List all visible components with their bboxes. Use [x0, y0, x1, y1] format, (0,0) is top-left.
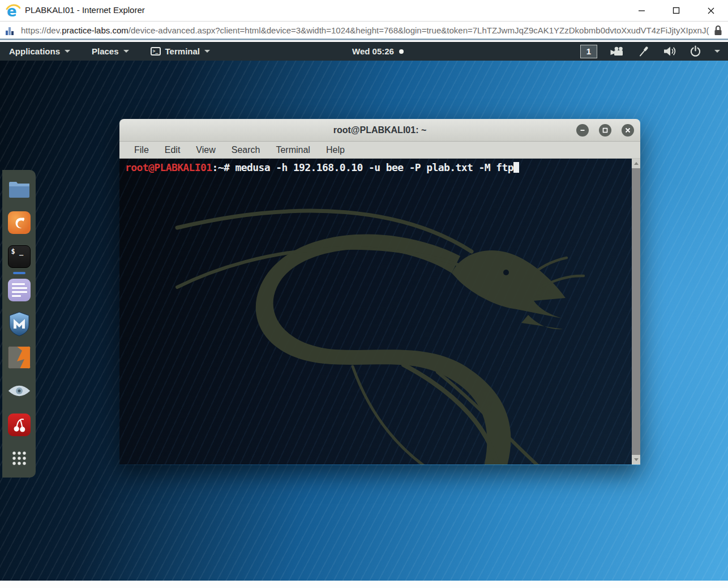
cherrytree-icon — [8, 414, 31, 436]
close-icon[interactable] — [622, 124, 634, 137]
menu-edit[interactable]: Edit — [165, 145, 181, 155]
dock-item-files[interactable] — [7, 177, 31, 201]
places-menu[interactable]: Places — [92, 46, 129, 56]
maximize-icon[interactable] — [659, 0, 693, 21]
terminal-icon: >_ — [151, 47, 161, 56]
window-controls — [624, 0, 728, 21]
eye-icon — [7, 384, 31, 398]
clock[interactable]: Wed 05:26 — [352, 42, 404, 61]
menu-search[interactable]: Search — [232, 145, 260, 155]
lock-icon — [714, 25, 722, 36]
dock: $ _ — [2, 170, 36, 478]
terminal-titlebar[interactable]: root@PLABKALI01: ~ — [119, 119, 640, 142]
applications-menu[interactable]: Applications — [9, 46, 70, 56]
terminal-window: root@PLABKALI01: ~ File Edit View — [119, 119, 640, 465]
notification-dot-icon — [399, 49, 404, 54]
dock-item-eye-tool[interactable] — [7, 379, 31, 403]
terminal-appmenu-label: Terminal — [165, 46, 200, 56]
power-icon[interactable] — [690, 45, 701, 57]
places-menu-label: Places — [92, 46, 119, 56]
prompt-suffix: :~# — [212, 161, 230, 173]
internet-explorer-icon: e — [6, 4, 20, 19]
text-editor-icon — [8, 279, 31, 301]
address-bar[interactable]: https://dev.practice-labs.com/device-adv… — [21, 25, 710, 35]
dock-item-cherrytree[interactable] — [7, 413, 31, 437]
metasploit-icon — [8, 312, 30, 336]
dock-item-text-editor[interactable] — [7, 278, 31, 302]
scroll-up-icon[interactable] — [632, 159, 640, 168]
url-domain: practice-labs.com — [62, 25, 129, 35]
screen: e PLABKALI01 - Internet Explorer https:/… — [0, 0, 728, 588]
prompt-user-host: root@PLABKALI01 — [125, 161, 212, 173]
app-grid-icon — [11, 450, 27, 466]
volume-icon[interactable] — [663, 46, 676, 57]
menu-terminal[interactable]: Terminal — [276, 145, 310, 155]
restore-icon[interactable] — [599, 124, 611, 137]
applications-menu-label: Applications — [9, 46, 60, 56]
url-prefix: https://dev. — [21, 25, 62, 35]
dock-item-firefox[interactable] — [7, 211, 31, 235]
minimize-icon[interactable] — [576, 124, 589, 137]
running-indicator — [13, 272, 25, 274]
kali-desktop: Applications Places >_ Terminal Wed 05:2… — [0, 42, 728, 581]
page-bottom-strip — [0, 581, 728, 588]
browser-window-title: PLABKALI01 - Internet Explorer — [25, 5, 145, 15]
terminal-menubar: File Edit View Search Terminal Help — [119, 142, 640, 159]
close-icon[interactable] — [693, 0, 728, 21]
workspace-indicator[interactable]: 1 — [580, 45, 597, 58]
text-cursor — [513, 162, 519, 173]
terminal-appmenu[interactable]: >_ Terminal — [151, 46, 210, 56]
workspace-number: 1 — [586, 46, 591, 56]
terminal-prompt-line: root@PLABKALI01:~# medusa -h 192.168.0.1… — [125, 161, 519, 173]
chevron-down-icon — [65, 50, 70, 53]
file-manager-icon — [8, 180, 31, 199]
chevron-down-icon[interactable] — [714, 50, 720, 53]
kali-dragon-watermark — [166, 188, 607, 465]
dock-item-burpsuite[interactable] — [7, 346, 31, 369]
terminal-content[interactable]: root@PLABKALI01:~# medusa -h 192.168.0.1… — [119, 159, 640, 465]
burpsuite-icon — [8, 346, 31, 369]
browser-urlbar: https://dev.practice-labs.com/device-adv… — [0, 22, 728, 40]
terminal-window-title: root@PLABKALI01: ~ — [119, 119, 640, 142]
command-text: medusa -h 192.168.0.10 -u bee -P plab.tx… — [229, 161, 513, 173]
clock-label: Wed 05:26 — [352, 46, 394, 56]
dock-item-terminal[interactable]: $ _ — [7, 245, 31, 269]
browser-titlebar: e PLABKALI01 - Internet Explorer — [0, 0, 728, 22]
gnome-topbar: Applications Places >_ Terminal Wed 05:2… — [0, 42, 728, 61]
menu-file[interactable]: File — [134, 145, 149, 155]
dock-item-metasploit[interactable] — [7, 312, 31, 336]
scroll-down-icon[interactable] — [632, 455, 640, 465]
chevron-down-icon — [204, 50, 210, 53]
firefox-icon — [8, 211, 31, 234]
minimize-icon[interactable] — [624, 0, 659, 21]
video-camera-icon[interactable] — [610, 46, 624, 56]
terminal-scrollbar[interactable] — [632, 159, 640, 465]
screwdriver-icon[interactable] — [637, 45, 650, 58]
page-icon — [5, 25, 14, 36]
terminal-app-icon: $ _ — [8, 245, 31, 268]
chevron-down-icon — [123, 50, 129, 53]
menu-view[interactable]: View — [196, 145, 215, 155]
url-rest: /device-advanced.aspx?client=html&device… — [129, 25, 709, 35]
menu-help[interactable]: Help — [326, 145, 345, 155]
dock-item-show-applications[interactable] — [7, 446, 31, 470]
